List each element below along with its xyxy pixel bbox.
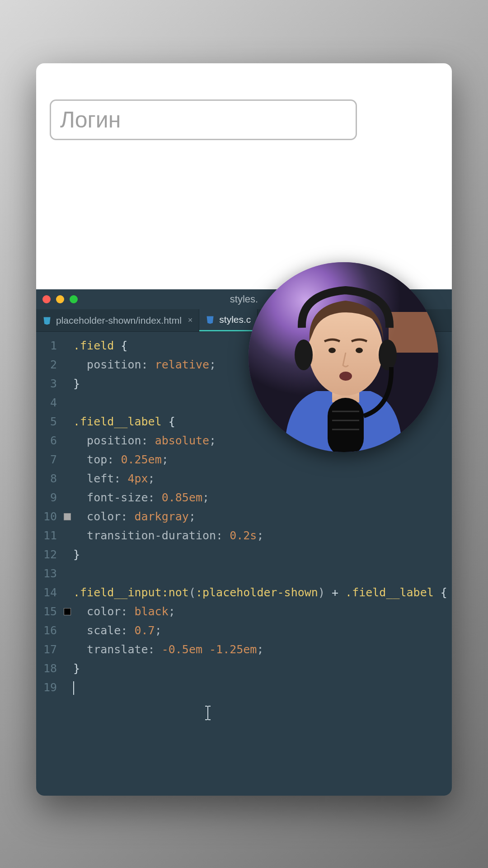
line-number: 18	[36, 659, 57, 678]
svg-point-11	[356, 348, 363, 353]
code-line[interactable]: color: black;	[73, 602, 452, 621]
line-number: 10	[36, 507, 57, 526]
tab-label: styles.c	[219, 314, 251, 325]
css-file-icon	[206, 315, 215, 324]
window-controls	[42, 295, 78, 303]
line-number: 2	[36, 355, 57, 374]
svg-point-10	[328, 348, 336, 353]
tab-index-html[interactable]: placeholder-shown/index.html ×	[36, 309, 199, 331]
code-line[interactable]	[73, 678, 452, 697]
code-line[interactable]: .field__input:not(:placeholder-shown) + …	[73, 583, 452, 602]
line-number: 11	[36, 526, 57, 545]
browser-preview	[36, 63, 452, 289]
window-title: styles.	[230, 293, 258, 305]
svg-point-12	[339, 372, 352, 381]
color-swatch-gutter	[61, 336, 73, 697]
svg-point-8	[295, 340, 313, 370]
line-number: 16	[36, 621, 57, 640]
line-number: 13	[36, 564, 57, 583]
tab-styles-css[interactable]: styles.c	[199, 309, 258, 331]
code-line[interactable]: top: 0.25em;	[73, 450, 452, 469]
line-number: 6	[36, 431, 57, 450]
line-number: 12	[36, 545, 57, 564]
code-line[interactable]	[73, 564, 452, 583]
line-number: 7	[36, 450, 57, 469]
line-number: 1	[36, 336, 57, 355]
text-cursor-icon	[203, 705, 212, 722]
line-number-gutter: 12345678910111213141516171819	[36, 336, 61, 697]
svg-marker-1	[207, 316, 214, 324]
webcam-overlay	[249, 262, 438, 452]
close-tab-icon[interactable]: ×	[188, 316, 193, 325]
editor-caret	[73, 681, 74, 695]
code-line[interactable]: transition-duration: 0.2s;	[73, 526, 452, 545]
color-swatch	[64, 513, 71, 520]
code-line[interactable]: }	[73, 659, 452, 678]
code-line[interactable]: }	[73, 545, 452, 564]
line-number: 17	[36, 640, 57, 659]
code-line[interactable]: translate: -0.5em -1.25em;	[73, 640, 452, 659]
code-line[interactable]: color: darkgray;	[73, 507, 452, 526]
line-number: 5	[36, 412, 57, 431]
minimize-window-button[interactable]	[56, 295, 64, 303]
maximize-window-button[interactable]	[70, 295, 78, 303]
code-line[interactable]: left: 4px;	[73, 469, 452, 488]
line-number: 14	[36, 583, 57, 602]
line-number: 15	[36, 602, 57, 621]
svg-marker-0	[44, 317, 51, 325]
line-number: 8	[36, 469, 57, 488]
code-line[interactable]: font-size: 0.85em;	[73, 488, 452, 507]
html-file-icon	[42, 316, 52, 325]
line-number: 9	[36, 488, 57, 507]
code-line[interactable]: scale: 0.7;	[73, 621, 452, 640]
tab-label: placeholder-shown/index.html	[56, 315, 182, 326]
color-swatch	[64, 608, 71, 615]
app-frame: styles. placeholder-shown/index.html × s…	[36, 63, 452, 796]
login-input[interactable]	[50, 99, 357, 140]
svg-rect-13	[328, 398, 364, 452]
line-number: 19	[36, 678, 57, 697]
close-window-button[interactable]	[42, 295, 51, 303]
line-number: 3	[36, 374, 57, 393]
svg-point-9	[379, 340, 397, 370]
line-number: 4	[36, 393, 57, 412]
